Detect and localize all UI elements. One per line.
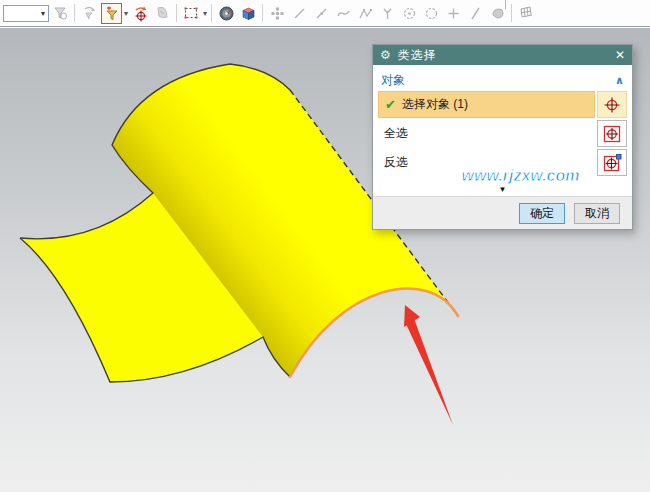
snap-intersection-button[interactable]: [377, 3, 397, 23]
crosshair-icon: [601, 94, 623, 116]
snap-pole-icon: [358, 6, 373, 21]
orient-view-button[interactable]: [216, 3, 236, 23]
marquee-dropdown-icon[interactable]: ▾: [203, 9, 207, 18]
invert-selection-label: 反选: [384, 154, 408, 171]
dialog-titlebar[interactable]: ⚙ 类选择 ✕: [373, 45, 632, 65]
snap-point-gray-button[interactable]: [152, 3, 172, 23]
toolbar-separator: [211, 4, 212, 22]
gear-icon: ⚙: [380, 48, 391, 62]
section-header-objects[interactable]: 对象 ∧: [378, 69, 627, 91]
dialog-title: 类选择: [398, 47, 615, 64]
snap-center-icon: [402, 6, 417, 21]
snap-point-rotate-button[interactable]: [130, 3, 150, 23]
close-icon[interactable]: ✕: [615, 48, 625, 62]
snap-endpoint-icon: [292, 6, 307, 21]
gray-arrow-filter-icon: [81, 5, 97, 21]
watermark: www.rjzxw.com: [448, 167, 593, 185]
box-3d-icon: [240, 5, 257, 22]
combobox-dropdown-icon: ▾: [38, 9, 48, 18]
invert-selection-button[interactable]: [597, 149, 627, 176]
select-objects-picker-button[interactable]: [597, 91, 627, 118]
snap-pole-button[interactable]: [355, 3, 375, 23]
grid-icon: [518, 5, 534, 21]
check-icon: ✔: [385, 97, 396, 112]
graphics-viewport[interactable]: ⚙ 类选择 ✕ 对象 ∧ ✔ 选择对象 (1): [0, 28, 650, 492]
snap-intersection-icon: [380, 6, 395, 21]
bounding-box-button[interactable]: [238, 3, 258, 23]
snap-circle-icon: [424, 6, 439, 21]
row-select-all[interactable]: 全选: [378, 120, 627, 147]
filter-plus-icon: [104, 6, 119, 21]
snap-curve-button[interactable]: [333, 3, 353, 23]
dialog-footer: 确定 取消: [373, 196, 632, 229]
snap-endpoint-button[interactable]: [289, 3, 309, 23]
app-window: ▾ ▾: [0, 0, 650, 492]
dialog-body: 对象 ∧ ✔ 选择对象 (1): [373, 65, 632, 176]
toolbar-separator: [74, 4, 75, 22]
crosshair-box-invert-icon: [601, 152, 623, 174]
snap-curve-icon: [336, 6, 351, 21]
window-divider: [505, 0, 506, 9]
gray-stamp-icon: [154, 5, 170, 21]
grid-display-button[interactable]: [516, 3, 536, 23]
snap-midpoint-button[interactable]: [311, 3, 331, 23]
cancel-button[interactable]: 取消: [574, 203, 620, 224]
select-all-label: 全选: [384, 125, 408, 142]
snap-tangent-icon: [468, 6, 483, 21]
toolbar: ▾ ▾: [0, 0, 650, 27]
snap-midpoint-icon: [314, 6, 329, 21]
toolbar-separator: [176, 4, 177, 22]
snap-grid-point-button[interactable]: [443, 3, 463, 23]
rotate-crosshair-icon: [132, 5, 149, 22]
snap-tangent-button[interactable]: [465, 3, 485, 23]
filter-dropdown-icon[interactable]: ▾: [124, 9, 128, 18]
snap-arc-center-button[interactable]: [399, 3, 419, 23]
toolbar-separator: [262, 4, 263, 22]
selection-filter-button[interactable]: [101, 3, 122, 24]
snap-quadrant-button[interactable]: [421, 3, 441, 23]
snap-plus-icon: [446, 6, 461, 21]
filter-gear-icon: [52, 5, 68, 21]
snap-face-icon: [490, 6, 505, 21]
select-objects-label: 选择对象 (1): [402, 96, 468, 113]
marquee-select-button[interactable]: [181, 3, 201, 23]
class-selection-dialog: ⚙ 类选择 ✕ 对象 ∧ ✔ 选择对象 (1): [372, 44, 633, 230]
row-select-objects[interactable]: ✔ 选择对象 (1): [378, 91, 627, 118]
crosshair-box-icon: [601, 123, 623, 145]
ok-button[interactable]: 确定: [519, 203, 565, 224]
gauge-icon: [218, 5, 235, 22]
deselect-filter-button[interactable]: [79, 3, 99, 23]
selection-scope-combobox[interactable]: ▾: [3, 5, 49, 22]
chevron-up-icon[interactable]: ∧: [615, 74, 624, 87]
select-all-button[interactable]: [597, 120, 627, 147]
filter-settings-button[interactable]: [50, 3, 70, 23]
section-label: 对象: [381, 72, 615, 89]
marquee-rectangle-icon: [183, 5, 199, 21]
toolbar-separator: [511, 4, 512, 22]
dialog-resize-grip[interactable]: ▼: [373, 186, 632, 194]
annotation-arrow: [404, 305, 453, 425]
snap-dots-icon: [270, 6, 285, 21]
snap-existing-point-button[interactable]: [267, 3, 287, 23]
